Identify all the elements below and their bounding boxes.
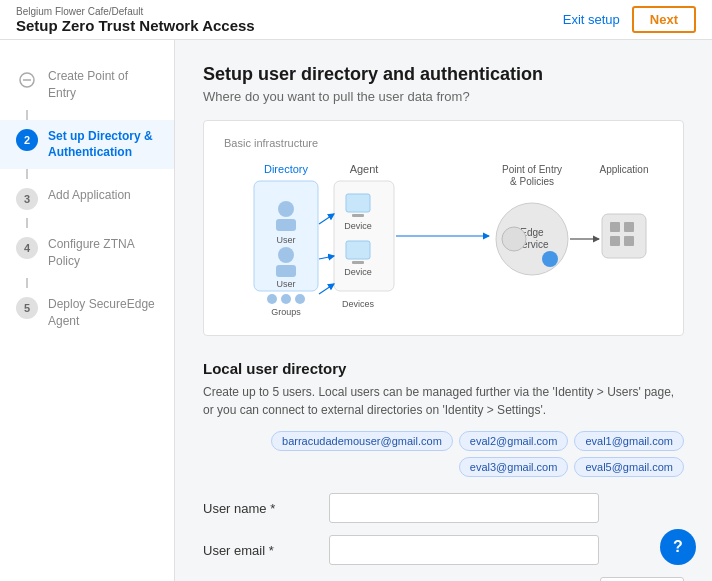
svg-point-4 [278, 201, 294, 217]
section-subtitle: Where do you want to pull the user data … [203, 89, 684, 104]
architecture-diagram: Directory User User Groups [234, 159, 654, 319]
user-chip-3: eval3@gmail.com [459, 457, 569, 477]
svg-text:& Policies: & Policies [510, 176, 554, 187]
user-chip-0: barracudademouser@gmail.com [271, 431, 453, 451]
username-input[interactable] [329, 493, 599, 523]
step-4-circle: 4 [16, 237, 38, 259]
svg-point-32 [502, 227, 526, 251]
step-3-circle: 3 [16, 188, 38, 210]
svg-rect-36 [602, 214, 646, 258]
step-1-label: Create Point of Entry [48, 68, 158, 102]
step-connector-3 [26, 218, 28, 228]
step-5-circle: 5 [16, 297, 38, 319]
step-2-label: Set up Directory & Authentication [48, 128, 158, 162]
svg-point-7 [278, 247, 294, 263]
local-dir-desc: Create up to 5 users. Local users can be… [203, 383, 684, 419]
diagram-box: Basic infrastructure Directory User User [203, 120, 684, 336]
svg-text:User: User [276, 279, 295, 289]
sidebar-item-add-application[interactable]: 3 Add Application [0, 179, 174, 218]
svg-line-25 [319, 284, 334, 294]
svg-point-10 [267, 294, 277, 304]
svg-text:Application: Application [599, 164, 648, 175]
svg-text:Point of Entry: Point of Entry [501, 164, 561, 175]
step-5-label: Deploy SecureEdge Agent [48, 296, 158, 330]
svg-text:Groups: Groups [271, 307, 301, 317]
content-area: Setup user directory and authentication … [175, 40, 712, 581]
top-bar-left: Belgium Flower Cafe/Default Setup Zero T… [16, 6, 255, 34]
step-connector-1 [26, 110, 28, 120]
local-dir-title: Local user directory [203, 360, 684, 377]
svg-rect-17 [352, 214, 364, 217]
username-label: User name * [203, 501, 313, 516]
svg-rect-37 [610, 222, 620, 232]
main-layout: Create Point of Entry 2 Set up Directory… [0, 40, 712, 581]
svg-rect-40 [624, 236, 634, 246]
email-label: User email * [203, 543, 313, 558]
next-button[interactable]: Next [632, 6, 696, 33]
email-row: User email * [203, 535, 684, 565]
svg-line-23 [319, 214, 334, 224]
sidebar-item-deploy-agent[interactable]: 5 Deploy SecureEdge Agent [0, 288, 174, 338]
sidebar-item-directory-auth[interactable]: 2 Set up Directory & Authentication [0, 120, 174, 170]
svg-text:Devices: Devices [341, 299, 374, 309]
svg-text:Directory: Directory [263, 163, 308, 175]
svg-text:Device: Device [344, 267, 372, 277]
sidebar-item-create-point-of-entry[interactable]: Create Point of Entry [0, 60, 174, 110]
svg-rect-8 [276, 265, 296, 277]
add-user-button[interactable]: + Add user [600, 577, 684, 581]
svg-text:Device: Device [344, 221, 372, 231]
step-connector-4 [26, 278, 28, 288]
diagram-label: Basic infrastructure [224, 137, 663, 149]
svg-rect-39 [610, 236, 620, 246]
svg-line-24 [319, 256, 334, 259]
step-4-label: Configure ZTNA Policy [48, 236, 158, 270]
sidebar: Create Point of Entry 2 Set up Directory… [0, 40, 175, 581]
svg-rect-20 [352, 261, 364, 264]
exit-setup-link[interactable]: Exit setup [563, 12, 620, 27]
top-bar-right: Exit setup Next [563, 6, 696, 33]
email-input[interactable] [329, 535, 599, 565]
svg-point-33 [542, 251, 558, 267]
add-user-row: + Add user [203, 577, 684, 581]
user-chip-1: eval2@gmail.com [459, 431, 569, 451]
help-icon: ? [673, 538, 683, 556]
svg-rect-5 [276, 219, 296, 231]
user-chip-4: eval5@gmail.com [574, 457, 684, 477]
svg-point-11 [281, 294, 291, 304]
page-title: Setup Zero Trust Network Access [16, 17, 255, 34]
help-button[interactable]: ? [660, 529, 696, 565]
step-connector-2 [26, 169, 28, 179]
svg-text:Agent: Agent [349, 163, 378, 175]
step-2-circle: 2 [16, 129, 38, 151]
svg-rect-16 [346, 194, 370, 212]
user-chips-container: barracudademouser@gmail.com eval2@gmail.… [203, 431, 684, 477]
svg-rect-19 [346, 241, 370, 259]
step-3-label: Add Application [48, 187, 131, 204]
section-title: Setup user directory and authentication [203, 64, 684, 85]
step-completed-icon [16, 69, 38, 91]
sidebar-item-ztna-policy[interactable]: 4 Configure ZTNA Policy [0, 228, 174, 278]
breadcrumb: Belgium Flower Cafe/Default [16, 6, 255, 17]
diagram-container: Directory User User Groups [224, 159, 663, 319]
svg-point-12 [295, 294, 305, 304]
svg-rect-38 [624, 222, 634, 232]
user-chip-2: eval1@gmail.com [574, 431, 684, 451]
username-row: User name * [203, 493, 684, 523]
top-bar: Belgium Flower Cafe/Default Setup Zero T… [0, 0, 712, 40]
svg-text:User: User [276, 235, 295, 245]
